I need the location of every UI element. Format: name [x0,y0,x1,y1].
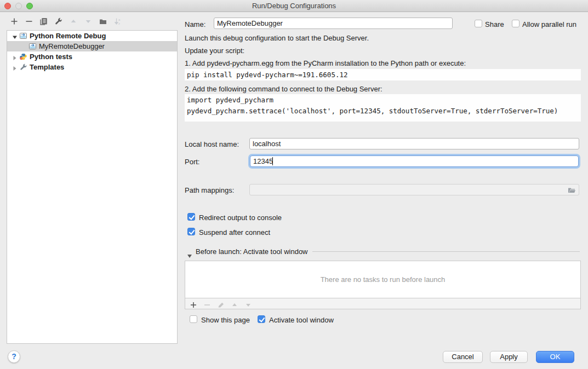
port-input[interactable] [250,155,579,167]
expand-arrow-icon[interactable] [12,54,18,60]
tree-item-label: Python tests [30,53,72,61]
allow-parallel-run-checkbox[interactable] [512,20,520,27]
share-label[interactable]: Share [485,20,504,28]
tree-item-python-remote-debug[interactable]: Python Remote Debug [7,31,177,41]
text-caret [272,157,273,165]
show-this-page-checkbox[interactable] [190,315,197,323]
show-this-page-label[interactable]: Show this page [201,316,250,324]
suspend-after-connect-checkbox[interactable] [187,228,195,235]
tree-item-templates[interactable]: Templates [7,62,177,72]
traffic-lights [4,3,33,9]
configurations-toolbar: az [10,18,122,25]
tree-indent [21,44,27,49]
before-launch-task-list[interactable]: There are no tasks to run before launch [185,261,581,298]
new-folder-icon[interactable] [99,18,107,25]
remote-debug-icon [19,32,27,39]
redirect-output-label[interactable]: Redirect output to console [199,214,282,222]
python-tests-icon [19,53,27,60]
tree-item-python-tests[interactable]: Python tests [7,51,177,62]
local-host-name-label: Local host name: [185,140,239,148]
allow-parallel-run-label[interactable]: Allow parallel run [522,20,576,28]
title-bar[interactable]: Run/Debug Configurations [0,0,588,12]
expand-arrow-icon[interactable] [12,65,18,70]
apply-button[interactable]: Apply [490,351,528,363]
window-title: Run/Debug Configurations [252,2,336,10]
redirect-output-checkbox[interactable] [187,213,195,221]
add-task-icon[interactable] [190,301,197,307]
path-mappings-label: Path mappings: [185,186,234,194]
templates-wrench-icon [19,64,27,71]
activate-tool-window-label[interactable]: Activate tool window [269,316,334,324]
task-list-toolbar [185,298,581,309]
tree-item-label: Templates [30,63,64,71]
instruction-line-2: Update your script: [185,47,244,55]
settrace-code-block: import pydevd_pycharm pydevd_pycharm.set… [185,94,581,122]
tree-item-label: Python Remote Debug [30,32,106,40]
suspend-after-connect-label[interactable]: Suspend after connect [199,228,270,237]
activate-tool-window-checkbox[interactable] [258,315,265,323]
before-launch-title: Before launch: Activate tool window [196,247,308,256]
svg-text:a: a [118,18,121,21]
sort-configurations-icon: az [114,18,122,25]
instruction-step-1: 1. Add pydevd-pycharm.egg from the PyCha… [185,59,466,67]
instruction-line-1: Launch this debug configuration to start… [185,34,369,42]
move-down-icon [84,18,92,25]
run-debug-configurations-dialog: Run/Debug Configurations az [0,0,588,369]
edit-task-pencil-icon [218,301,224,307]
remove-configuration-icon[interactable] [25,18,33,25]
name-label: Name: [185,20,205,28]
help-button[interactable]: ? [8,350,20,363]
name-input[interactable] [214,18,453,29]
copy-configuration-icon[interactable] [40,18,48,25]
move-task-down-icon [245,301,252,307]
cancel-button[interactable]: Cancel [443,351,483,363]
configurations-tree: Python Remote Debug MyRemoteDebugger Pyt… [7,30,178,344]
close-window-button[interactable] [4,3,11,9]
remove-task-icon [204,301,210,307]
minimize-window-button [15,3,22,9]
port-label: Port: [185,158,199,166]
code-line-2: pydevd_pycharm.settrace('localhost', por… [187,107,558,115]
share-checkbox[interactable] [475,20,482,27]
separator-line [312,251,580,252]
browse-folder-icon[interactable] [568,186,576,193]
collapse-arrow-icon[interactable] [12,33,18,39]
svg-text:z: z [118,22,120,25]
before-launch-header[interactable]: Before launch: Activate tool window [187,247,580,256]
ok-button[interactable]: OK [536,351,574,363]
tree-item-label: MyRemoteDebugger [39,42,105,50]
empty-task-message: There are no tasks to run before launch [321,275,446,284]
add-configuration-icon[interactable] [10,18,18,25]
move-task-up-icon [231,301,238,307]
move-up-icon [70,18,77,25]
zoom-window-button[interactable] [26,3,33,9]
instruction-step-2: 2. Add the following command to connect … [185,85,383,93]
path-mappings-input[interactable] [249,184,579,195]
collapse-arrow-icon[interactable] [187,250,192,253]
remote-debug-icon [28,43,37,50]
local-host-name-input[interactable] [249,138,579,149]
edit-defaults-wrench-icon[interactable] [55,18,62,25]
tree-item-myremotedebugger[interactable]: MyRemoteDebugger [7,41,177,51]
code-line-1: import pydevd_pycharm [187,96,273,104]
pip-command-code: pip install pydevd-pycharm~=191.6605.12 [185,69,581,80]
